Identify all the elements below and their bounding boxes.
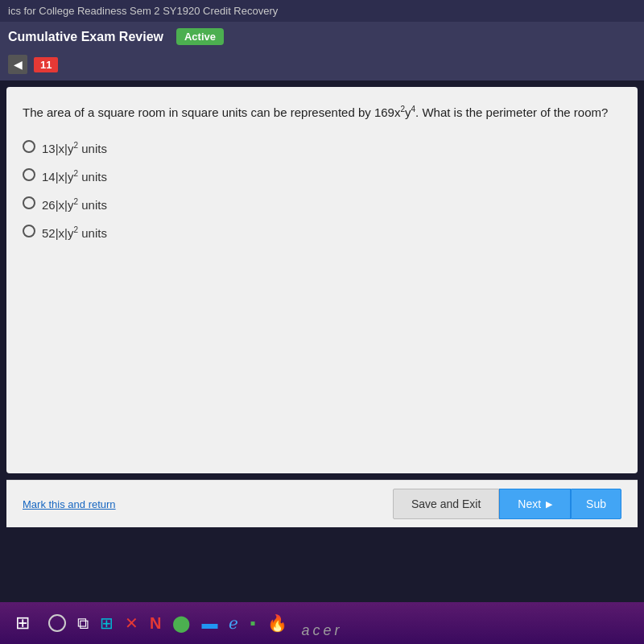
task-view-icon[interactable]: ⧉ bbox=[77, 614, 89, 633]
taskbar: ⊞ ⧉ ⊞ ✕ N ⬤ ▬ ℯ ▪ 🔥 acer bbox=[0, 602, 644, 644]
camera-icon[interactable]: ⬤ bbox=[172, 613, 190, 633]
submit-button[interactable]: Sub bbox=[571, 489, 621, 519]
top-bar-text: ics for College Readiness Sem 2 SY1920 C… bbox=[8, 5, 278, 17]
content-area: The area of a square room in square unit… bbox=[6, 87, 638, 473]
acer-logo: acer bbox=[301, 622, 342, 639]
radio-1[interactable] bbox=[23, 140, 35, 153]
option-item-1[interactable]: 13|x|y2 units bbox=[23, 138, 621, 155]
start-button[interactable]: ⊞ bbox=[8, 609, 37, 638]
netflix-icon[interactable]: N bbox=[150, 614, 161, 633]
radio-2[interactable] bbox=[23, 168, 35, 181]
search-icon[interactable] bbox=[48, 614, 66, 632]
radio-4[interactable] bbox=[23, 225, 35, 237]
windows-store-icon[interactable]: ⊞ bbox=[100, 613, 114, 633]
question-text: The area of a square room in square unit… bbox=[23, 103, 621, 122]
option-label-4: 52|x|y2 units bbox=[42, 225, 107, 240]
page-number-badge: 11 bbox=[34, 57, 58, 72]
question-text-mid: y bbox=[405, 105, 411, 119]
nav-row: ◀ 11 bbox=[0, 52, 644, 80]
firefox-icon[interactable]: 🔥 bbox=[267, 613, 287, 633]
folder-icon[interactable]: ▬ bbox=[201, 614, 217, 633]
close-x-icon[interactable]: ✕ bbox=[125, 613, 138, 633]
save-exit-button[interactable]: Save and Exit bbox=[393, 489, 499, 519]
next-button[interactable]: Next bbox=[499, 489, 571, 519]
option-item-4[interactable]: 52|x|y2 units bbox=[23, 223, 621, 240]
image-icon[interactable]: ▪ bbox=[250, 614, 255, 633]
question-text-before: The area of a square room in square unit… bbox=[23, 105, 400, 119]
option-label-1: 13|x|y2 units bbox=[42, 141, 107, 155]
exam-title: Cumulative Exam Review bbox=[8, 30, 163, 44]
question-text-after: . What is the perimeter of the room? bbox=[415, 105, 608, 119]
top-bar: ics for College Readiness Sem 2 SY1920 C… bbox=[0, 0, 644, 22]
status-badge: Active bbox=[176, 28, 224, 45]
radio-3[interactable] bbox=[23, 196, 35, 209]
button-group: Save and Exit Next Sub bbox=[393, 489, 621, 519]
option-item-2[interactable]: 14|x|y2 units bbox=[23, 167, 621, 184]
option-label-3: 26|x|y2 units bbox=[42, 197, 107, 212]
options-list: 13|x|y2 units 14|x|y2 units 26|x|y2 unit… bbox=[23, 138, 621, 240]
browser-icon[interactable]: ℯ bbox=[229, 613, 238, 633]
secondary-bar: Cumulative Exam Review Active bbox=[0, 22, 644, 52]
action-bar: Mark this and return Save and Exit Next … bbox=[6, 480, 638, 527]
back-button[interactable]: ◀ bbox=[8, 55, 27, 74]
option-item-3[interactable]: 26|x|y2 units bbox=[23, 195, 621, 212]
option-label-2: 14|x|y2 units bbox=[42, 169, 107, 184]
mark-return-button[interactable]: Mark this and return bbox=[23, 498, 116, 510]
